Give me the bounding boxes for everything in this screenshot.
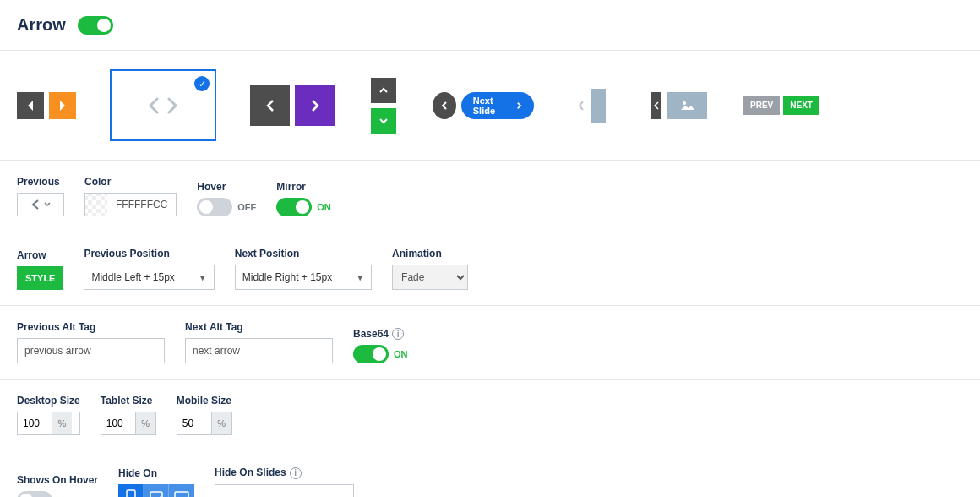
prev-tag: PREV xyxy=(743,96,780,115)
mobile-size-input[interactable]: % xyxy=(177,412,232,435)
chevron-left-icon xyxy=(250,85,290,126)
desktop-icon xyxy=(174,491,189,498)
chevron-left-icon xyxy=(30,199,41,210)
arrow-style-7[interactable] xyxy=(649,69,710,141)
tablet-size-label: Tablet Size xyxy=(101,395,156,407)
unit-label: % xyxy=(52,412,72,434)
svg-point-0 xyxy=(683,101,686,105)
arrow-style-4[interactable] xyxy=(368,69,399,141)
prev-position-label: Previous Position xyxy=(84,248,214,259)
hover-label: Hover xyxy=(197,181,256,193)
next-slide-pill: Next Slide xyxy=(461,92,534,119)
prev-alt-input[interactable] xyxy=(17,338,165,363)
desktop-size-input[interactable]: % xyxy=(17,412,80,435)
previous-label: Previous xyxy=(17,176,64,188)
mirror-state: ON xyxy=(317,202,331,212)
color-input[interactable]: FFFFFFCC xyxy=(84,193,177,216)
next-tag: NEXT xyxy=(783,96,819,115)
base64-toggle[interactable] xyxy=(353,345,389,363)
mirror-toggle[interactable] xyxy=(276,198,312,216)
base64-state: ON xyxy=(394,349,408,359)
chevron-left-icon xyxy=(147,97,161,114)
tablet-size-input[interactable]: % xyxy=(101,412,156,435)
prev-alt-label: Previous Alt Tag xyxy=(17,321,165,333)
page-title: Arrow xyxy=(17,15,66,35)
next-position-select[interactable]: Middle Right + 15px ▼ xyxy=(235,265,372,290)
chevron-up-icon xyxy=(371,78,396,103)
caret-down-icon: ▼ xyxy=(356,273,364,282)
shows-on-hover-label: Shows On Hover xyxy=(17,474,98,486)
arrow-style-3[interactable] xyxy=(250,69,335,141)
hide-on-label: Hide On xyxy=(118,467,194,479)
tablet-icon xyxy=(150,491,163,498)
desktop-size-label: Desktop Size xyxy=(17,395,80,407)
arrow-style-8[interactable]: PREV NEXT xyxy=(743,69,819,141)
chevron-left-icon xyxy=(577,100,585,112)
shows-on-hover-toggle[interactable] xyxy=(17,491,52,498)
hover-toggle[interactable] xyxy=(197,198,232,216)
check-icon: ✓ xyxy=(194,76,210,91)
arrow-style-1[interactable] xyxy=(17,69,76,141)
svg-rect-1 xyxy=(127,490,135,498)
arrow-style-2[interactable]: ✓ xyxy=(110,69,216,141)
arrow-left-icon xyxy=(17,92,44,119)
mirror-label: Mirror xyxy=(276,181,331,193)
color-label: Color xyxy=(84,176,177,188)
image-thumb-icon xyxy=(667,92,707,119)
arrow-right-icon xyxy=(49,92,76,119)
image-thumb-icon xyxy=(591,89,606,123)
hover-state: OFF xyxy=(237,202,256,212)
chevron-left-icon xyxy=(651,92,662,119)
hide-on-tablet-button[interactable] xyxy=(144,484,169,498)
color-value: FFFFFFCC xyxy=(107,199,176,210)
caret-down-icon: ▼ xyxy=(199,273,207,282)
svg-rect-5 xyxy=(175,492,188,498)
base64-label: Base64i xyxy=(353,328,408,341)
arrow-style-6[interactable] xyxy=(568,69,615,141)
unit-label: % xyxy=(211,412,231,434)
next-position-label: Next Position xyxy=(235,248,372,259)
chevron-left-icon xyxy=(433,92,456,119)
info-icon[interactable]: i xyxy=(392,328,404,340)
hide-on-mobile-button[interactable] xyxy=(118,484,144,498)
previous-arrow-selector[interactable] xyxy=(17,193,64,216)
info-icon[interactable]: i xyxy=(290,467,302,479)
animation-label: Animation xyxy=(392,248,468,259)
chevron-down-icon xyxy=(371,108,396,134)
next-alt-label: Next Alt Tag xyxy=(185,321,333,333)
chevron-right-icon xyxy=(166,97,179,114)
prev-position-select[interactable]: Middle Left + 15px ▼ xyxy=(84,265,214,290)
hide-on-desktop-button[interactable] xyxy=(169,484,194,498)
arrow-style-label: Arrow xyxy=(17,249,63,261)
arrow-style-5[interactable]: Next Slide xyxy=(433,69,534,141)
hide-on-device-group xyxy=(118,484,194,498)
hide-on-slides-input[interactable] xyxy=(215,484,354,498)
chevron-right-icon xyxy=(295,85,335,126)
animation-select[interactable]: Fade xyxy=(392,265,468,290)
unit-label: % xyxy=(135,412,155,434)
style-button[interactable]: STYLE xyxy=(17,266,63,290)
phone-icon xyxy=(126,489,136,498)
caret-down-icon xyxy=(44,202,51,207)
arrow-enabled-toggle[interactable] xyxy=(78,16,113,35)
color-swatch xyxy=(85,194,107,216)
mobile-size-label: Mobile Size xyxy=(177,395,232,407)
hide-on-slides-label: Hide On Slidesi xyxy=(215,467,354,479)
arrow-style-gallery: ✓ Next Slide PREV NEXT xyxy=(0,51,980,161)
next-alt-input[interactable] xyxy=(185,338,333,363)
